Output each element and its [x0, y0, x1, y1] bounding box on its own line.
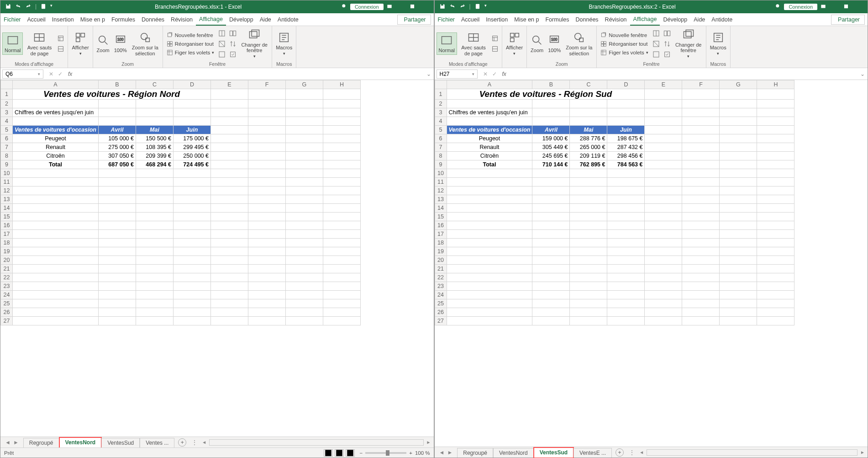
- zoom-out-icon[interactable]: −: [359, 450, 363, 456]
- row-header-20[interactable]: 20: [435, 256, 447, 265]
- row-header-6[interactable]: 6: [1, 134, 13, 143]
- ribbon-display-icon[interactable]: [820, 3, 826, 11]
- cell-G8[interactable]: [720, 152, 757, 160]
- cell-E22[interactable]: [645, 273, 682, 282]
- tab-insertion[interactable]: Insertion: [49, 14, 77, 25]
- cell-F10[interactable]: [682, 169, 720, 178]
- cell-G26[interactable]: [720, 308, 757, 317]
- cell-F11[interactable]: [248, 178, 285, 186]
- row-header-12[interactable]: 12: [1, 186, 13, 195]
- cell-F23[interactable]: [682, 282, 720, 291]
- zoom-level[interactable]: 100 %: [415, 450, 430, 456]
- cell-F16[interactable]: [682, 221, 720, 230]
- split-icon[interactable]: [651, 28, 661, 38]
- cell-D10[interactable]: [607, 169, 645, 178]
- cell-H12[interactable]: [757, 186, 794, 195]
- sync-scroll-icon[interactable]: [662, 39, 672, 49]
- cell-F1[interactable]: [682, 89, 720, 100]
- cell-H20[interactable]: [323, 256, 360, 265]
- cell-C11[interactable]: [136, 178, 173, 186]
- cell-E7[interactable]: [645, 143, 682, 152]
- cell-E21[interactable]: [645, 265, 682, 273]
- collapse-ribbon-icon[interactable]: [426, 59, 434, 68]
- row-header-7[interactable]: 7: [435, 143, 447, 152]
- row-header-14[interactable]: 14: [1, 204, 13, 213]
- collapse-ribbon-icon[interactable]: [860, 59, 868, 68]
- cell-C21[interactable]: [570, 265, 607, 273]
- cell-E18[interactable]: [645, 239, 682, 247]
- col-header-G[interactable]: G: [720, 80, 757, 89]
- row-header-3[interactable]: 3: [1, 108, 13, 117]
- split-icon[interactable]: [217, 28, 227, 38]
- cell-D22[interactable]: [607, 273, 645, 282]
- cell-B13[interactable]: [98, 195, 136, 204]
- cell-A9[interactable]: Total: [13, 160, 99, 169]
- cell-F5[interactable]: [248, 126, 285, 134]
- cell-C10[interactable]: [570, 169, 607, 178]
- cell-C23[interactable]: [136, 282, 173, 291]
- cell-G7[interactable]: [285, 143, 323, 152]
- cell-D8[interactable]: 250 000 €: [173, 152, 210, 160]
- cell-E14[interactable]: [645, 204, 682, 213]
- tab-accueil[interactable]: Accueil: [458, 14, 483, 25]
- search-icon[interactable]: [775, 3, 781, 11]
- page-layout-icon[interactable]: [490, 33, 500, 43]
- view-normal-button[interactable]: Normal: [2, 32, 23, 54]
- cell-B8[interactable]: 307 050 €: [98, 152, 136, 160]
- row-header-6[interactable]: 6: [435, 134, 447, 143]
- cell-B7[interactable]: 275 000 €: [98, 143, 136, 152]
- cell-A1[interactable]: Ventes de voitures - Région Nord: [13, 89, 211, 100]
- sheet-tab-Regroup[interactable]: Regroupé: [457, 448, 493, 458]
- cell-A5[interactable]: Ventes de voitures d'occasion: [447, 126, 532, 134]
- cell-F5[interactable]: [682, 126, 720, 134]
- close-icon[interactable]: [422, 3, 428, 11]
- cell-E27[interactable]: [645, 317, 682, 325]
- cell-E25[interactable]: [210, 299, 248, 308]
- cell-D20[interactable]: [173, 256, 210, 265]
- cell-B20[interactable]: [98, 256, 136, 265]
- cell-F17[interactable]: [248, 230, 285, 239]
- cell-G5[interactable]: [285, 126, 323, 134]
- cell-A5[interactable]: Ventes de voitures d'occasion: [13, 126, 99, 134]
- cell-E4[interactable]: [645, 117, 682, 126]
- name-box[interactable]: Q6▾: [2, 69, 43, 79]
- cell-F19[interactable]: [682, 247, 720, 256]
- cell-D6[interactable]: 175 000 €: [173, 134, 210, 143]
- row-header-22[interactable]: 22: [435, 273, 447, 282]
- cell-B4[interactable]: [532, 117, 570, 126]
- tab-aide[interactable]: Aide: [690, 14, 708, 25]
- row-header-14[interactable]: 14: [435, 204, 447, 213]
- cell-F3[interactable]: [248, 108, 285, 117]
- tab-accueil[interactable]: Accueil: [24, 14, 49, 25]
- cell-C7[interactable]: 265 000 €: [570, 143, 607, 152]
- col-header-E[interactable]: E: [210, 80, 248, 89]
- cancel-formula-icon[interactable]: ✕: [483, 71, 488, 77]
- tab-nav-prev-icon[interactable]: ◄: [5, 439, 11, 446]
- qat-dropdown-icon[interactable]: ▾: [50, 3, 53, 11]
- formula-input[interactable]: [74, 69, 423, 78]
- cell-F2[interactable]: [682, 100, 720, 108]
- sheet-tab-VentesNord[interactable]: VentesNord: [493, 448, 534, 458]
- cell-H5[interactable]: [757, 126, 794, 134]
- cell-E11[interactable]: [645, 178, 682, 186]
- new-window-button[interactable]: Nouvelle fenêtre: [165, 31, 216, 39]
- cell-C15[interactable]: [570, 213, 607, 221]
- cell-F7[interactable]: [682, 143, 720, 152]
- cell-B2[interactable]: [532, 100, 570, 108]
- cell-F6[interactable]: [682, 134, 720, 143]
- cell-A15[interactable]: [13, 213, 99, 221]
- cell-G2[interactable]: [285, 100, 323, 108]
- cell-E25[interactable]: [645, 299, 682, 308]
- afficher-button[interactable]: Afficher▾: [504, 30, 525, 57]
- cell-H19[interactable]: [757, 247, 794, 256]
- cell-A10[interactable]: [447, 169, 532, 178]
- zoom-button[interactable]: Zoom: [95, 33, 111, 54]
- cell-H16[interactable]: [323, 221, 360, 230]
- formula-input[interactable]: [508, 69, 857, 78]
- share-button[interactable]: Partager: [397, 15, 431, 25]
- zoom-button[interactable]: Zoom: [529, 33, 545, 54]
- cell-H22[interactable]: [757, 273, 794, 282]
- cell-A16[interactable]: [447, 221, 532, 230]
- cell-G21[interactable]: [720, 265, 757, 273]
- cell-G20[interactable]: [285, 256, 323, 265]
